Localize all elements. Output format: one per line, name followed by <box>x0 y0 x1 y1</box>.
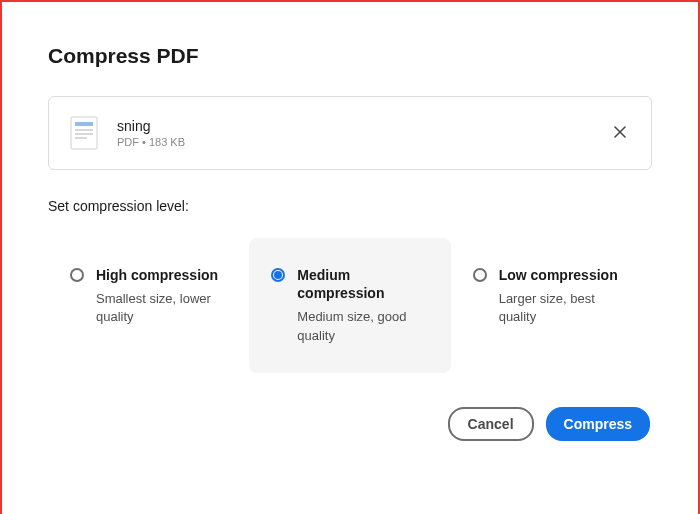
compress-button[interactable]: Compress <box>546 407 650 441</box>
option-text: High compression Smallest size, lower qu… <box>96 266 227 327</box>
option-title: High compression <box>96 266 227 284</box>
radio-icon <box>271 268 285 282</box>
option-medium-compression[interactable]: Medium compression Medium size, good qua… <box>249 238 450 373</box>
option-desc: Medium size, good quality <box>297 308 428 344</box>
cancel-button[interactable]: Cancel <box>448 407 534 441</box>
file-info: sning PDF • 183 KB <box>117 118 591 148</box>
option-title: Low compression <box>499 266 630 284</box>
svg-rect-4 <box>75 137 87 139</box>
file-meta: PDF • 183 KB <box>117 136 591 148</box>
option-high-compression[interactable]: High compression Smallest size, lower qu… <box>48 238 249 373</box>
svg-rect-2 <box>75 129 93 131</box>
close-icon <box>613 125 627 142</box>
compression-options: High compression Smallest size, lower qu… <box>48 238 652 373</box>
radio-icon <box>70 268 84 282</box>
compress-pdf-dialog: Compress PDF sning PDF • 183 KB Set <box>0 0 700 461</box>
svg-rect-1 <box>75 122 93 126</box>
option-title: Medium compression <box>297 266 428 302</box>
option-desc: Larger size, best quality <box>499 290 630 326</box>
svg-rect-3 <box>75 133 93 135</box>
remove-file-button[interactable] <box>609 121 631 146</box>
section-label: Set compression level: <box>48 198 652 214</box>
dialog-actions: Cancel Compress <box>48 407 652 441</box>
radio-icon <box>473 268 487 282</box>
dialog-title: Compress PDF <box>48 44 652 68</box>
file-card: sning PDF • 183 KB <box>48 96 652 170</box>
file-thumbnail-icon <box>69 115 99 151</box>
option-text: Low compression Larger size, best qualit… <box>499 266 630 327</box>
option-low-compression[interactable]: Low compression Larger size, best qualit… <box>451 238 652 373</box>
option-text: Medium compression Medium size, good qua… <box>297 266 428 345</box>
file-name: sning <box>117 118 591 134</box>
option-desc: Smallest size, lower quality <box>96 290 227 326</box>
